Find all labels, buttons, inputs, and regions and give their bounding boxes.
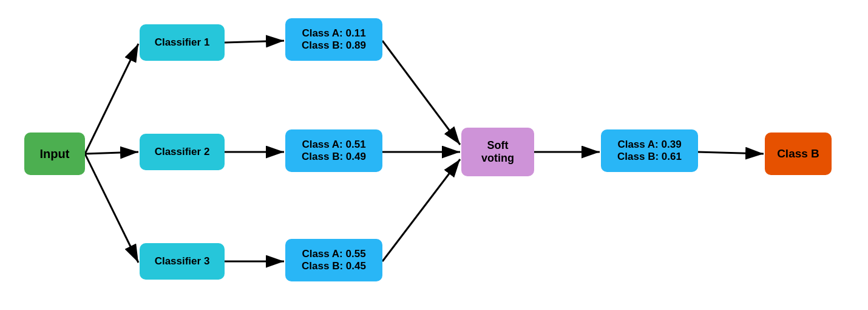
svg-line-1 (85, 44, 138, 154)
prob1-line1: Class A: 0.11 (302, 27, 365, 40)
prob3-line1: Class A: 0.55 (302, 248, 365, 260)
prob3-line2: Class B: 0.45 (302, 260, 366, 272)
prob2-node: Class A: 0.51 Class B: 0.49 (285, 129, 382, 172)
soft-voting-label: Soft voting (481, 139, 514, 165)
result-line2: Class B: 0.61 (617, 151, 682, 163)
svg-line-2 (85, 152, 138, 154)
soft-voting-node: Soft voting (461, 128, 534, 176)
classifier3-node: Classifier 3 (140, 243, 225, 280)
prob2-line2: Class B: 0.49 (302, 151, 366, 163)
prob2-line1: Class A: 0.51 (302, 139, 365, 151)
classifier2-label: Classifier 2 (155, 146, 210, 158)
prob3-node: Class A: 0.55 Class B: 0.45 (285, 239, 382, 281)
classifier2-node: Classifier 2 (140, 134, 225, 170)
prob1-node: Class A: 0.11 Class B: 0.89 (285, 18, 382, 61)
classifier1-label: Classifier 1 (155, 36, 210, 49)
prob1-line2: Class B: 0.89 (302, 40, 366, 52)
classb-label: Class B (777, 147, 819, 160)
svg-line-11 (698, 152, 764, 154)
input-node: Input (24, 133, 85, 175)
diagram: Input Classifier 1 Classifier 2 Classifi… (0, 0, 868, 310)
svg-line-7 (382, 41, 460, 145)
result-node: Class A: 0.39 Class B: 0.61 (601, 129, 698, 172)
input-label: Input (40, 147, 70, 161)
svg-line-3 (85, 154, 138, 263)
classb-node: Class B (765, 133, 832, 175)
classifier1-node: Classifier 1 (140, 24, 225, 61)
result-line1: Class A: 0.39 (617, 139, 681, 151)
svg-line-9 (382, 159, 460, 261)
svg-line-4 (225, 41, 284, 43)
classifier3-label: Classifier 3 (155, 255, 210, 267)
arrows-svg (0, 0, 868, 310)
